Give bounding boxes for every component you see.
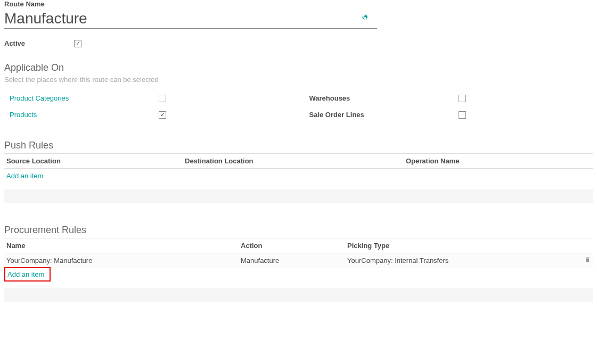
proc-footer <box>4 288 593 302</box>
warehouses-checkbox[interactable] <box>459 95 466 102</box>
procurement-rules-heading: Procurement Rules <box>4 225 593 236</box>
globe-icon[interactable] <box>361 13 369 22</box>
applicable-heading: Applicable On <box>4 62 593 73</box>
proc-add-item-highlight: Add an item <box>4 267 51 282</box>
proc-col-name: Name <box>6 242 241 250</box>
products-checkbox[interactable] <box>159 111 166 119</box>
table-row[interactable]: YourCompany: Manufacture Manufacture You… <box>4 253 593 268</box>
warehouses-row: Warehouses <box>309 94 593 102</box>
applicable-subtext: Select the places where this route can b… <box>4 76 593 84</box>
sale-order-lines-checkbox[interactable] <box>459 111 466 119</box>
procurement-rules-section: Procurement Rules Name Action Picking Ty… <box>4 225 593 302</box>
proc-cell-picking: YourCompany: Internal Transfers <box>347 257 576 264</box>
procurement-rules-body: YourCompany: Manufacture Manufacture You… <box>4 253 593 268</box>
warehouses-label: Warehouses <box>309 94 459 102</box>
push-rules-heading: Push Rules <box>4 140 593 151</box>
proc-cell-name: YourCompany: Manufacture <box>6 257 241 264</box>
product-categories-checkbox[interactable] <box>159 95 166 102</box>
push-col-source: Source Location <box>6 157 185 165</box>
procurement-rules-header: Name Action Picking Type <box>4 238 593 253</box>
route-name-label: Route Name <box>4 0 593 8</box>
active-checkbox[interactable] <box>74 40 81 47</box>
applicable-section: Applicable On Select the places where th… <box>4 62 593 119</box>
sale-order-lines-row: Sale Order Lines <box>309 111 593 119</box>
proc-add-item-link[interactable]: Add an item <box>7 270 44 278</box>
push-rules-header: Source Location Destination Location Ope… <box>4 153 593 169</box>
product-categories-row: Product Categories <box>10 94 288 102</box>
product-categories-label[interactable]: Product Categories <box>10 94 159 102</box>
sale-order-lines-label: Sale Order Lines <box>309 111 459 119</box>
route-name-section: Route Name <box>4 0 593 29</box>
products-row: Products <box>10 111 288 119</box>
push-col-operation: Operation Name <box>406 157 591 165</box>
active-label: Active <box>4 39 25 47</box>
proc-col-action: Action <box>241 242 347 250</box>
proc-col-picking: Picking Type <box>347 242 591 250</box>
route-name-input[interactable] <box>4 9 377 29</box>
active-row: Active <box>4 39 593 47</box>
products-label[interactable]: Products <box>10 111 159 119</box>
push-add-item-link[interactable]: Add an item <box>4 169 593 183</box>
push-footer <box>4 189 593 203</box>
delete-row-icon[interactable] <box>576 257 591 264</box>
proc-cell-action: Manufacture <box>241 257 347 264</box>
push-rules-section: Push Rules Source Location Destination L… <box>4 140 593 203</box>
push-col-destination: Destination Location <box>185 157 406 165</box>
